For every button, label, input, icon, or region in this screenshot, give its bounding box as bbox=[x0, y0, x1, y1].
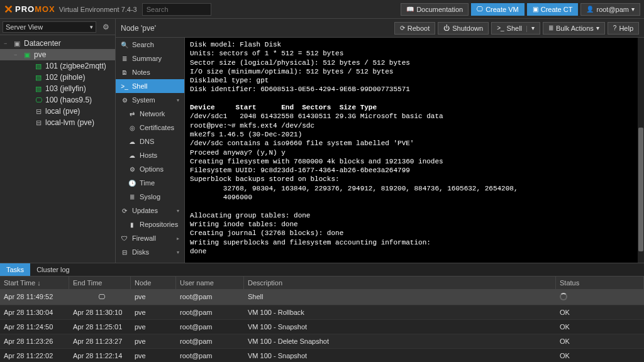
documentation-button[interactable]: 📖Documentation bbox=[401, 3, 469, 16]
chevron-down-icon: ▾ bbox=[531, 25, 535, 31]
menu-item-time[interactable]: 🕓Time bbox=[116, 176, 184, 190]
create-vm-button[interactable]: 🖵Create VM bbox=[471, 3, 525, 16]
menu-item-system[interactable]: ⚙System▾ bbox=[116, 93, 184, 107]
cell-start: Apr 28 11:24:50 bbox=[0, 322, 69, 332]
task-row[interactable]: Apr 28 11:30:04Apr 28 11:30:10pveroot@pa… bbox=[0, 305, 644, 320]
power-icon: ⏻ bbox=[443, 25, 450, 31]
menu-icon: >_ bbox=[121, 83, 128, 90]
reboot-button[interactable]: ⟳Reboot bbox=[394, 22, 435, 35]
vm-green-icon: 🖵 bbox=[34, 96, 43, 104]
chevron-icon: ▾ bbox=[177, 208, 179, 214]
tree-node[interactable]: −▣pve bbox=[0, 49, 115, 60]
tree-node[interactable]: 🖵100 (haos9.5) bbox=[0, 94, 115, 106]
menu-item-summary[interactable]: ≣Summary bbox=[116, 52, 184, 65]
search-input[interactable] bbox=[142, 3, 211, 16]
cell-end: Apr 28 11:25:01 bbox=[69, 322, 131, 332]
col-status[interactable]: Status bbox=[556, 277, 644, 289]
tree-node-label: local-lvm (pve) bbox=[45, 118, 94, 127]
menu-icon: ≣ bbox=[128, 194, 136, 200]
menu-icon: 🔍 bbox=[121, 41, 128, 48]
menu-icon: ⚙ bbox=[128, 166, 136, 173]
logo-x-icon: ✕ bbox=[4, 3, 14, 16]
menu-item-hosts[interactable]: ☁Hosts bbox=[116, 148, 184, 162]
menu-label: Summary bbox=[132, 55, 162, 62]
cell-end: Apr 28 11:30:10 bbox=[69, 307, 131, 317]
tab-cluster-log[interactable]: Cluster log bbox=[30, 263, 76, 276]
tree-node[interactable]: ▧102 (pihole) bbox=[0, 72, 115, 83]
menu-icon: ⊟ bbox=[121, 249, 128, 256]
col-description[interactable]: Description bbox=[244, 277, 556, 289]
cell-node: pve bbox=[131, 307, 176, 317]
node-green-icon: ▣ bbox=[23, 51, 31, 59]
cell-user: root@pam bbox=[176, 307, 244, 317]
menu-label: Time bbox=[140, 179, 155, 187]
task-table-body: Apr 28 11:49:52🖵pveroot@pamShellApr 28 1… bbox=[0, 290, 644, 362]
terminal-scrollbar[interactable] bbox=[638, 38, 644, 263]
menu-item-syslog[interactable]: ≣Syslog bbox=[116, 190, 184, 204]
menu-item-disks[interactable]: ⊟Disks▾ bbox=[116, 245, 184, 259]
tab-tasks[interactable]: Tasks bbox=[0, 263, 30, 276]
tree-header: Server View▾ ⚙ bbox=[0, 19, 115, 35]
tree-node[interactable]: −▣Datacenter bbox=[0, 38, 115, 49]
menu-icon: 🗎 bbox=[121, 69, 128, 76]
menu-item-certificates[interactable]: ◎Certificates bbox=[116, 121, 184, 134]
menu-label: Notes bbox=[132, 69, 150, 76]
tree-node[interactable]: ▧101 (zigbee2mqtt) bbox=[0, 60, 115, 72]
resource-tree: −▣Datacenter−▣pve▧101 (zigbee2mqtt)▧102 … bbox=[0, 35, 115, 263]
tree-node[interactable]: ⊟local (pve) bbox=[0, 106, 115, 117]
help-button[interactable]: ?Help bbox=[608, 22, 639, 35]
menu-item-network[interactable]: ⇄Network bbox=[116, 107, 184, 121]
menu-item-repositories[interactable]: ▮Repositories bbox=[116, 217, 184, 231]
menu-item-options[interactable]: ⚙Options bbox=[116, 162, 184, 176]
task-row[interactable]: Apr 28 11:22:02Apr 28 11:22:14pveroot@pa… bbox=[0, 349, 644, 362]
main-area: Server View▾ ⚙ −▣Datacenter−▣pve▧101 (zi… bbox=[0, 19, 644, 263]
menu-label: Syslog bbox=[140, 193, 160, 200]
menu-icon: ▮ bbox=[128, 221, 136, 228]
col-node[interactable]: Node bbox=[131, 277, 176, 289]
shell-terminal[interactable]: Disk model: Flash Disk Units: sectors of… bbox=[185, 38, 644, 263]
chevron-icon: ▾ bbox=[177, 97, 179, 103]
ct-green-icon: ▧ bbox=[34, 74, 43, 82]
menu-icon: ⟳ bbox=[121, 207, 128, 214]
bulk-actions-button[interactable]: ≣Bulk Actions▾ bbox=[543, 22, 605, 35]
view-selector[interactable]: Server View▾ bbox=[3, 21, 96, 33]
cell-node: pve bbox=[131, 292, 176, 303]
shell-button[interactable]: >_Shell|▾ bbox=[491, 22, 540, 35]
menu-item-search[interactable]: 🔍Search bbox=[116, 38, 184, 52]
monitor-icon: 🖵 bbox=[73, 293, 130, 300]
create-vm-label: Create VM bbox=[486, 6, 519, 13]
help-icon: ? bbox=[613, 25, 617, 31]
col-end-time[interactable]: End Time bbox=[69, 277, 131, 289]
cell-user: root@pam bbox=[176, 351, 244, 361]
menu-label: Repositories bbox=[140, 221, 178, 228]
create-ct-button[interactable]: ▣Create CT bbox=[527, 3, 579, 16]
menu-label: Search bbox=[132, 41, 154, 48]
task-row[interactable]: Apr 28 11:49:52🖵pveroot@pamShell bbox=[0, 290, 644, 305]
menu-item-firewall[interactable]: 🛡Firewall▸ bbox=[116, 231, 184, 245]
menu-item-notes[interactable]: 🗎Notes bbox=[116, 65, 184, 79]
task-row[interactable]: Apr 28 11:24:50Apr 28 11:25:01pveroot@pa… bbox=[0, 320, 644, 334]
tree-node[interactable]: ⊟local-lvm (pve) bbox=[0, 117, 115, 128]
chevron-down-icon: ▾ bbox=[631, 6, 635, 13]
menu-item-updates[interactable]: ⟳Updates▾ bbox=[116, 204, 184, 217]
monitor-icon: 🖵 bbox=[477, 6, 483, 13]
col-start-time[interactable]: Start Time ↓ bbox=[0, 277, 69, 289]
task-row[interactable]: Apr 28 11:23:26Apr 28 11:23:27pveroot@pa… bbox=[0, 334, 644, 349]
top-bar: ✕ PROMOX Virtual Environment 7.4-3 📖Docu… bbox=[0, 0, 644, 19]
tree-node[interactable]: ▧103 (jellyfin) bbox=[0, 83, 115, 94]
menu-icon: ≣ bbox=[121, 55, 128, 62]
terminal-scroll-thumb[interactable] bbox=[638, 128, 643, 251]
content-body: 🔍Search≣Summary🗎Notes>_Shell⚙System▾⇄Net… bbox=[116, 38, 644, 263]
menu-item-shell[interactable]: >_Shell bbox=[116, 79, 184, 93]
logo: ✕ PROMOX bbox=[4, 3, 55, 16]
refresh-icon: ⟳ bbox=[400, 25, 405, 31]
cell-desc: VM 100 - Rollback bbox=[244, 307, 556, 317]
help-label: Help bbox=[619, 25, 633, 32]
user-menu-button[interactable]: 👤root@pam▾ bbox=[580, 3, 640, 16]
tree-settings-button[interactable]: ⚙ bbox=[99, 20, 113, 34]
shutdown-button[interactable]: ⏻Shutdown bbox=[438, 22, 489, 35]
col-user[interactable]: User name bbox=[176, 277, 244, 289]
cube-icon: ▣ bbox=[533, 6, 538, 13]
tree-node-label: local (pve) bbox=[45, 107, 80, 116]
menu-item-dns[interactable]: ☁DNS bbox=[116, 134, 184, 148]
